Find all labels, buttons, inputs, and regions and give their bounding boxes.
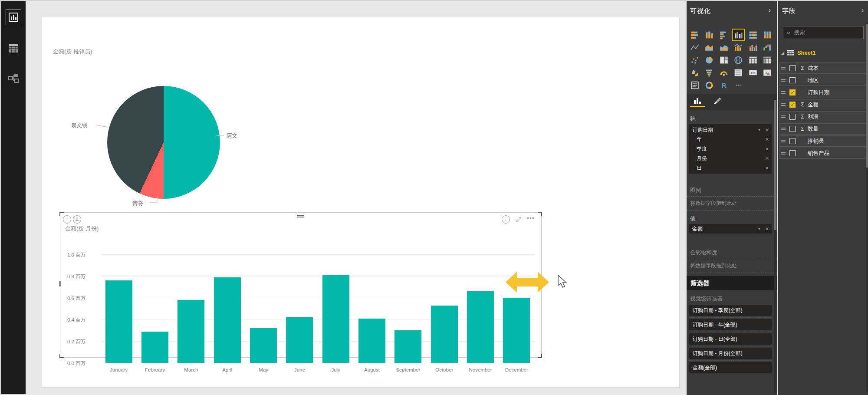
filter-item[interactable]: 订购日期 - 月份(全部) xyxy=(689,348,772,359)
field-row-成本[interactable]: Σ成本 xyxy=(779,63,866,74)
viz-type-line-icon[interactable] xyxy=(689,42,700,53)
viz-type-map-icon[interactable] xyxy=(733,55,744,66)
fields-panel-scrollbar[interactable] xyxy=(866,23,868,392)
selection-corner-handle[interactable] xyxy=(538,212,542,216)
field-row-金额[interactable]: ✓Σ金额 xyxy=(779,99,866,110)
column-bar-may[interactable] xyxy=(250,328,277,363)
report-view-button[interactable] xyxy=(6,10,21,25)
column-bar-january[interactable] xyxy=(105,280,132,363)
drag-handle-icon[interactable] xyxy=(781,66,786,70)
filter-item[interactable]: 订购日期 - 季度(全部) xyxy=(689,305,772,316)
column-bar-march[interactable] xyxy=(178,300,204,363)
data-view-button[interactable] xyxy=(6,40,21,56)
viz-type-donut-icon[interactable] xyxy=(704,80,715,91)
viz-type-line-clustered-column-icon[interactable] xyxy=(747,42,759,53)
search-input[interactable]: ⌕ 搜索 xyxy=(783,26,864,39)
selection-corner-handle[interactable] xyxy=(59,212,64,216)
resize-handle-left[interactable] xyxy=(59,281,61,286)
field-checkbox[interactable] xyxy=(789,65,796,71)
drag-handle-icon[interactable] xyxy=(781,127,786,131)
remove-field-icon[interactable]: ✕ xyxy=(765,163,769,173)
viz-type-r-script-icon[interactable]: R xyxy=(718,80,730,91)
viz-type-filled-map-icon[interactable] xyxy=(689,67,700,78)
viz-type-area-icon[interactable] xyxy=(704,42,715,53)
field-dropdown-caret-icon[interactable]: ▾ xyxy=(758,224,760,234)
more-options-icon[interactable]: ⋯ xyxy=(527,214,534,223)
column-bar-june[interactable] xyxy=(286,317,313,363)
viz-type-100-stacked-column-icon[interactable] xyxy=(762,30,773,40)
drag-handle-icon[interactable] xyxy=(781,139,786,143)
viz-type-stacked-area-icon[interactable] xyxy=(718,42,730,53)
well-field-季度[interactable]: 季度✕ xyxy=(689,144,772,154)
field-row-订购日期[interactable]: ✓订购日期 xyxy=(779,87,866,98)
viz-type-slicer-icon[interactable] xyxy=(689,80,700,91)
expander-icon[interactable]: ◢ xyxy=(781,51,784,55)
viz-type-pie-icon[interactable] xyxy=(704,55,715,66)
viz-type-waterfall-icon[interactable] xyxy=(762,42,773,53)
remove-field-icon[interactable]: ✕ xyxy=(765,154,769,163)
field-checkbox[interactable] xyxy=(789,138,796,144)
column-bar-december[interactable] xyxy=(503,298,530,363)
field-checkbox[interactable]: ✓ xyxy=(789,102,796,108)
field-checkbox[interactable]: ✓ xyxy=(789,89,796,95)
column-chart-visual[interactable]: ↑ ⇊ ↓ ⤢ ⋯ 金额(按 月份) 1.0 百万0.8 百万0.6 百万0.4… xyxy=(60,212,542,358)
focus-mode-icon[interactable]: ⤢ xyxy=(516,216,521,224)
expand-all-icon[interactable]: ⇊ xyxy=(73,215,81,224)
field-dropdown-caret-icon[interactable]: ▾ xyxy=(758,125,760,135)
tab-format[interactable] xyxy=(709,96,724,107)
viz-type-clustered-bar-icon[interactable] xyxy=(718,30,730,40)
legend-drop-zone[interactable]: 将数据字段拖到此处 xyxy=(687,196,777,211)
column-bar-november[interactable] xyxy=(467,291,494,363)
viz-type-stacked-column-icon[interactable] xyxy=(704,30,715,40)
viz-type-more-icon[interactable]: ⋯ xyxy=(733,80,744,91)
column-bar-july[interactable] xyxy=(322,275,349,363)
remove-field-icon[interactable]: ✕ xyxy=(765,224,769,234)
field-row-销售产品[interactable]: 销售产品 xyxy=(779,148,866,159)
viz-panel-scrollbar[interactable] xyxy=(774,95,776,394)
viz-type-table-icon[interactable] xyxy=(747,55,759,66)
drag-handle-icon[interactable] xyxy=(781,90,786,95)
filter-item[interactable]: 订购日期 - 年(全部) xyxy=(689,319,772,330)
drag-handle-icon[interactable] xyxy=(781,115,786,119)
well-field-日[interactable]: 日✕ xyxy=(689,163,772,173)
column-bar-april[interactable] xyxy=(214,277,241,363)
viz-type-multi-row-card-icon[interactable] xyxy=(733,67,744,78)
well-field-金额[interactable]: 金额▾✕ xyxy=(689,224,772,234)
viz-type-funnel-icon[interactable] xyxy=(704,67,715,78)
remove-field-icon[interactable]: ✕ xyxy=(765,144,769,154)
pie-chart-visual[interactable]: 金额(按 推销员) 袁文钱 阿文 普将 xyxy=(44,30,287,217)
drag-handle-icon[interactable] xyxy=(781,78,786,82)
field-checkbox[interactable] xyxy=(789,126,796,132)
drag-handle-icon[interactable] xyxy=(781,151,786,155)
field-checkbox[interactable] xyxy=(789,77,796,83)
column-bar-february[interactable] xyxy=(141,332,168,363)
model-view-button[interactable] xyxy=(6,70,21,86)
tab-fields[interactable] xyxy=(690,96,705,107)
collapse-visualizations-icon[interactable]: › xyxy=(769,6,771,13)
filter-item[interactable]: 金额(全部) xyxy=(689,362,772,373)
drill-down-icon[interactable]: ↓ xyxy=(502,215,510,224)
field-row-推销员[interactable]: 推销员 xyxy=(779,135,866,147)
viz-type-matrix-icon[interactable] xyxy=(762,55,773,66)
well-field-年[interactable]: 年✕ xyxy=(689,135,772,144)
column-bar-august[interactable] xyxy=(358,319,385,363)
selection-corner-handle[interactable] xyxy=(59,354,64,358)
field-row-数量[interactable]: Σ数量 xyxy=(779,123,866,135)
viz-type-gauge-icon[interactable] xyxy=(718,67,730,78)
drag-handle-icon[interactable] xyxy=(781,102,786,107)
column-bar-october[interactable] xyxy=(431,306,458,363)
viz-type-clustered-column-icon[interactable] xyxy=(733,30,744,40)
selection-corner-handle[interactable] xyxy=(538,354,542,358)
well-field-订购日期[interactable]: 订购日期▾✕ xyxy=(689,125,772,135)
field-checkbox[interactable] xyxy=(789,150,796,156)
column-bar-september[interactable] xyxy=(395,330,421,363)
report-page[interactable]: 金额(按 推销员) 袁文钱 阿文 普将 ↑ xyxy=(42,17,679,387)
remove-field-icon[interactable]: ✕ xyxy=(765,135,769,144)
viz-type-scatter-icon[interactable] xyxy=(689,55,700,66)
field-checkbox[interactable] xyxy=(789,114,796,120)
filter-item[interactable]: 订购日期 - 日(全部) xyxy=(689,333,772,345)
viz-type-treemap-icon[interactable] xyxy=(718,55,730,66)
collapse-fields-icon[interactable]: › xyxy=(861,6,864,13)
viz-type-stacked-bar-icon[interactable] xyxy=(689,30,700,40)
visual-drag-grip[interactable] xyxy=(297,214,304,218)
